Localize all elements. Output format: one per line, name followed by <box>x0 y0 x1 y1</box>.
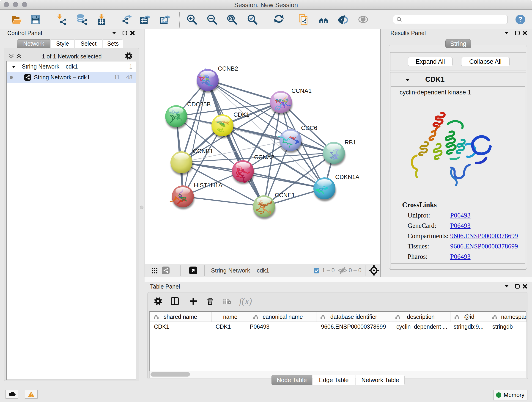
svg-text:CCNA1: CCNA1 <box>291 87 312 94</box>
svg-text:CDK1: CDK1 <box>234 111 249 118</box>
svg-text:RB1: RB1 <box>345 139 356 146</box>
svg-text:HIST1H1A: HIST1H1A <box>194 182 222 189</box>
svg-text:CCNB2: CCNB2 <box>218 65 238 72</box>
svg-text:?: ? <box>518 15 522 23</box>
svg-text:CCNB1: CCNB1 <box>193 148 213 154</box>
svg-text:CDKN1A: CDKN1A <box>335 173 360 180</box>
svg-text:CCNA2: CCNA2 <box>254 154 274 161</box>
svg-text:CDC6: CDC6 <box>301 124 317 131</box>
svg-text:CDC25B: CDC25B <box>187 101 211 108</box>
svg-text:CCNE1: CCNE1 <box>275 191 295 198</box>
